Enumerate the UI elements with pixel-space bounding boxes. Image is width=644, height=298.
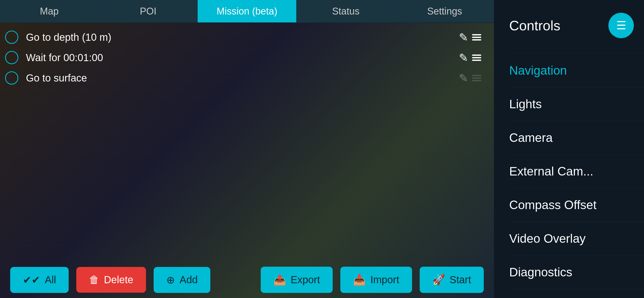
mission-item-actions-3: ✎ — [459, 72, 489, 85]
plus-icon: ⊕ — [166, 274, 175, 286]
hamburger-icon: ☰ — [616, 20, 626, 31]
sidebar-item-lights[interactable]: Lights — [509, 87, 644, 121]
tab-mission[interactable]: Mission (beta) — [198, 0, 297, 22]
drag-icon-2[interactable] — [472, 55, 481, 61]
mission-checkbox-1[interactable] — [5, 31, 18, 44]
sidebar-item-navigation[interactable]: Navigation — [509, 53, 644, 87]
import-button[interactable]: 📥 Import — [340, 267, 412, 293]
sidebar-item-video-overlay[interactable]: Video Overlay — [509, 222, 644, 255]
sidebar: Controls ☰ Navigation Lights Camera Exte… — [494, 0, 644, 298]
controls-title: Controls — [509, 18, 560, 33]
trash-icon: 🗑 — [89, 274, 99, 286]
sidebar-item-diagnostics[interactable]: Diagnostics — [509, 255, 644, 289]
sidebar-item-compass-offset[interactable]: Compass Offset — [509, 188, 644, 222]
mission-checkbox-2[interactable] — [5, 51, 18, 64]
add-button[interactable]: ⊕ Add — [154, 267, 210, 293]
mission-list: Go to depth (10 m) ✎ Wait for 00:01:00 ✎ — [0, 23, 494, 262]
bottom-toolbar: ✔✔ All 🗑 Delete ⊕ Add 📤 Export 📥 Import … — [0, 262, 494, 298]
drag-icon-3[interactable] — [472, 75, 481, 81]
menu-fab-button[interactable]: ☰ — [608, 13, 634, 38]
sidebar-item-camera[interactable]: Camera — [509, 121, 644, 155]
sidebar-navigation: Navigation Lights Camera External Cam...… — [509, 53, 644, 289]
edit-icon-3[interactable]: ✎ — [459, 72, 468, 85]
tab-bar: Map POI Mission (beta) Status Settings — [0, 0, 494, 23]
right-buttons: 📤 Export 📥 Import 🚀 Start — [261, 267, 484, 293]
mission-item-actions-1: ✎ — [459, 31, 489, 44]
tab-map[interactable]: Map — [0, 0, 99, 22]
delete-button[interactable]: 🗑 Delete — [76, 267, 146, 293]
mission-label-3: Go to surface — [26, 72, 459, 84]
tab-status[interactable]: Status — [297, 0, 396, 22]
checkmark-icon: ✔✔ — [23, 274, 40, 286]
drag-icon-1[interactable] — [472, 34, 481, 40]
main-content: Map POI Mission (beta) Status Settings G… — [0, 0, 494, 298]
sidebar-item-external-cam[interactable]: External Cam... — [509, 155, 644, 188]
edit-icon-2[interactable]: ✎ — [459, 51, 468, 64]
import-icon: 📥 — [353, 274, 366, 286]
all-button[interactable]: ✔✔ All — [10, 267, 69, 293]
list-item: Go to depth (10 m) ✎ — [5, 31, 489, 44]
mission-checkbox-3[interactable] — [5, 71, 18, 85]
tab-settings[interactable]: Settings — [395, 0, 494, 22]
tab-poi[interactable]: POI — [99, 0, 198, 22]
edit-icon-1[interactable]: ✎ — [459, 31, 468, 44]
sidebar-header: Controls ☰ — [509, 13, 644, 38]
export-icon: 📤 — [273, 274, 286, 286]
mission-item-actions-2: ✎ — [459, 51, 489, 64]
start-button[interactable]: 🚀 Start — [420, 267, 484, 293]
export-button[interactable]: 📤 Export — [261, 267, 333, 293]
mission-label-1: Go to depth (10 m) — [26, 32, 459, 43]
list-item: Wait for 00:01:00 ✎ — [5, 51, 489, 64]
mission-label-2: Wait for 00:01:00 — [26, 52, 459, 63]
list-item: Go to surface ✎ — [5, 71, 489, 85]
start-icon: 🚀 — [432, 274, 445, 286]
